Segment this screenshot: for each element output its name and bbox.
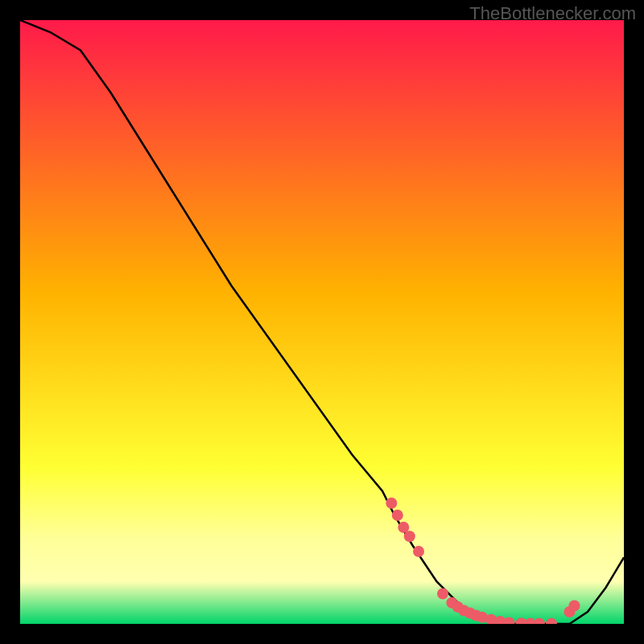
chart-svg [20,20,624,624]
data-marker [569,601,580,612]
watermark-text: TheBottlenecker.com [469,3,636,24]
chart-frame: TheBottlenecker.com [0,0,644,644]
plot-area [20,20,624,624]
data-marker [386,497,397,509]
gradient-background [20,20,624,624]
data-marker [404,530,415,542]
data-marker [413,546,424,557]
data-marker [392,510,403,521]
data-marker [437,588,448,600]
